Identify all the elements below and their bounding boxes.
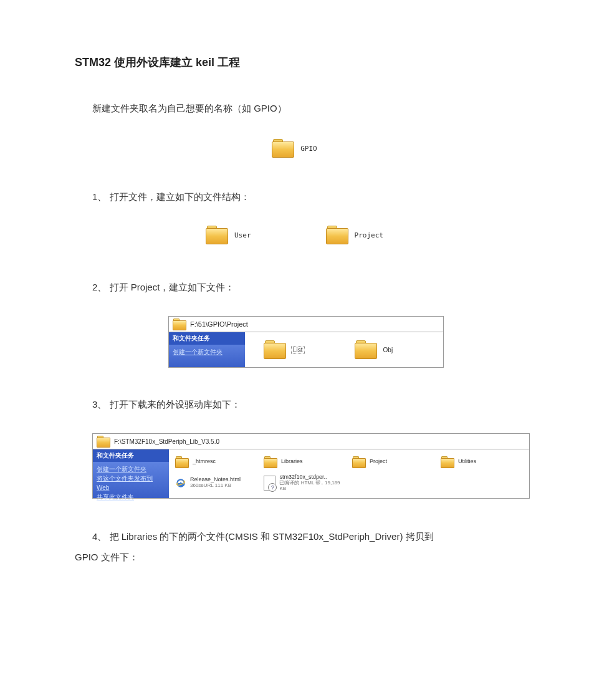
folder-icon: [264, 340, 286, 359]
folder-icon: [272, 139, 294, 158]
folder-icon: [97, 436, 110, 447]
folder-icon: [326, 226, 348, 244]
folder-label-list: List: [291, 346, 305, 354]
folder-icon: [264, 456, 277, 467]
step-1: 1、 打开文件，建立如下的文件结构：: [92, 191, 514, 203]
ie-icon: [175, 477, 186, 489]
explorer-sidebar: 和文件夹任务 创建一个新文件夹: [169, 332, 245, 367]
explorer-step3: F:\STM32F10x_StdPeriph_Lib_V3.5.0 和文件夹任务…: [92, 433, 530, 499]
address-bar: F:\STM32F10x_StdPeriph_Lib_V3.5.0: [93, 434, 529, 449]
item-libraries: Libraries: [281, 459, 303, 465]
folder-label-project: Project: [355, 231, 383, 239]
sidebar-link-1: 创建一个新文件夹: [97, 464, 165, 474]
folder-icon: [173, 319, 186, 330]
chm-file-icon: [264, 476, 275, 491]
folder-icon: [352, 456, 366, 467]
figure-gpio: GPIO: [75, 139, 514, 160]
address-bar: F:\51\GPIO\Project: [169, 317, 443, 332]
step-4: 4、 把 Libraries 的下的两个文件(CMSIS 和 STM32F10x…: [75, 526, 514, 567]
item-stdper: stm32f10x_stdper.. 已编译的 HTML 帮.. 19,189 …: [279, 474, 346, 491]
folder-icon: [175, 456, 189, 467]
sidebar-title: 和文件夹任务: [93, 449, 169, 462]
explorer-sidebar: 和文件夹任务 创建一个新文件夹 将这个文件夹发布到 Web 共享此文件夹: [93, 449, 169, 498]
sidebar-link-2: 将这个文件夹发布到 Web: [97, 474, 165, 492]
item-project: Project: [370, 459, 387, 465]
page-title: STM32 使用外设库建立 keil 工程: [75, 55, 514, 70]
folder-label-obj: Obj: [382, 347, 395, 353]
intro-para: 新建文件夹取名为自己想要的名称（如 GPIO）: [92, 100, 514, 117]
folder-icon: [355, 340, 377, 359]
item-htmresc: _htmresc: [193, 459, 216, 465]
explorer-main: _htmresc Libraries Project Utilities: [169, 449, 529, 498]
figure-user-project: User Project: [75, 226, 514, 244]
folder-icon: [441, 456, 454, 467]
step-2: 2、 打开 Project，建立如下文件：: [92, 282, 514, 294]
address-text: F:\51\GPIO\Project: [190, 320, 248, 328]
item-release-notes: Release_Notes.html 360seURL 111 KB: [190, 477, 241, 489]
folder-icon: [206, 226, 228, 244]
folder-label-gpio: GPIO: [300, 145, 317, 153]
item-utilities: Utilities: [458, 459, 476, 465]
explorer-main: List Obj: [245, 332, 443, 367]
address-text: F:\STM32F10x_StdPeriph_Lib_V3.5.0: [114, 438, 219, 445]
explorer-step2: F:\51\GPIO\Project 和文件夹任务 创建一个新文件夹 List …: [168, 316, 444, 368]
sidebar-link-3: 共享此文件夹: [97, 492, 165, 502]
folder-label-user: User: [234, 231, 251, 239]
sidebar-link: 创建一个新文件夹: [173, 347, 241, 357]
sidebar-title: 和文件夹任务: [169, 332, 245, 345]
step-3: 3、 打开下载来的外设驱动库如下：: [92, 399, 514, 411]
